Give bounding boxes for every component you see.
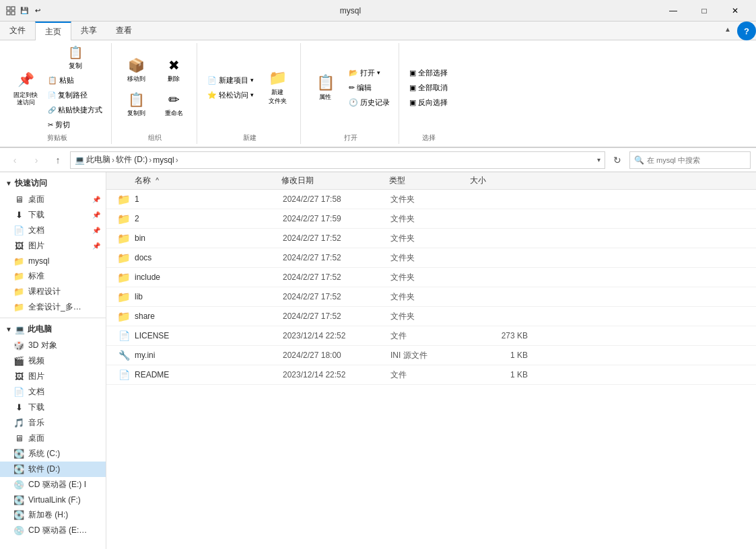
sidebar-item-newH[interactable]: 💽 新加卷 (H:) [0, 507, 106, 523]
address-bar: ‹ › ↑ 💻 此电脑 › 软件 (D:) › mysql › ▾ ↻ 🔍 [0, 148, 756, 172]
svg-rect-2 [7, 11, 10, 15]
file-row-name: my.ini [135, 351, 283, 360]
help-button[interactable]: ? [737, 22, 756, 40]
file-row-icon: 📁 [117, 270, 131, 284]
file-row-icon: 📄 [117, 368, 131, 381]
ribbon-group-organize: 📦 移动到 📋 复制到 ✖ 删除 ✏ 重命名 [113, 43, 197, 144]
delete-button[interactable]: ✖ 删除 [156, 54, 191, 87]
up-button[interactable]: ↑ [48, 151, 67, 170]
quick-access-header[interactable]: ▼ 快速访问 [0, 175, 106, 192]
sidebar-item-full[interactable]: 📁 全套设计_多缩略 [0, 299, 106, 315]
history-button[interactable]: 🕐 历史记录 [345, 96, 393, 110]
search-box: 🔍 [629, 151, 751, 169]
sidebar-item-music[interactable]: 🎵 音乐 [0, 415, 106, 431]
select-all-button[interactable]: ▣ 全部选择 [406, 66, 451, 80]
file-row-icon: 📁 [117, 192, 131, 206]
tab-file[interactable]: 文件 [0, 22, 35, 40]
new-item-button[interactable]: 📄 新建项目 ▾ [204, 73, 257, 87]
table-row[interactable]: 📄 LICENSE 2023/12/14 22:52 文件 273 KB [106, 326, 756, 346]
paste-button[interactable]: 📋 粘贴 [44, 73, 106, 87]
invert-selection-button[interactable]: ▣ 反向选择 [406, 96, 451, 110]
easy-access-button[interactable]: ⭐ 轻松访问 ▾ [204, 88, 257, 102]
table-row[interactable]: 📁 bin 2024/2/27 17:52 文件夹 [106, 229, 756, 248]
properties-button[interactable]: 📋 属性 [308, 71, 343, 105]
table-row[interactable]: 📁 1 2024/2/27 17:58 文件夹 [106, 190, 756, 209]
easy-access-icon: ⭐ [207, 91, 217, 100]
search-input[interactable] [647, 156, 746, 164]
rename-button[interactable]: ✏ 重命名 [156, 88, 191, 121]
clipboard-items: 📌 固定到快 速访问 📋 复制 📋 粘贴 [8, 43, 106, 132]
copy-button[interactable]: 📋 复制 [44, 43, 106, 73]
sidebar-item-pictures[interactable]: 🖼 图片 📌 [0, 238, 106, 254]
header-size[interactable]: 大小 [470, 175, 537, 186]
sidebar-item-documents[interactable]: 📄 文档 📌 [0, 223, 106, 238]
sidebar-item-desktop2[interactable]: 🖥 桌面 [0, 431, 106, 446]
sidebar-item-documents2[interactable]: 📄 文档 [0, 384, 106, 400]
edit-button[interactable]: ✏ 编辑 [345, 81, 393, 95]
pin-indicator-2: 📌 [92, 211, 100, 219]
table-row[interactable]: 📁 2 2024/2/27 17:59 文件夹 [106, 209, 756, 229]
copy-path-button[interactable]: 📄 复制路径 [44, 88, 106, 102]
sidebar-item-3d[interactable]: 🎲 3D 对象 [0, 338, 106, 353]
sidebar-item-desktop[interactable]: 🖥 桌面 📌 [0, 192, 106, 207]
folder-icon: 📁 [117, 252, 131, 264]
cut-button[interactable]: ✂ 剪切 [44, 118, 106, 132]
header-date[interactable]: 修改日期 [281, 175, 389, 186]
move-to-button[interactable]: 📦 移动到 [118, 54, 153, 87]
tab-home[interactable]: 主页 [35, 22, 71, 40]
back-button[interactable]: ‹ [5, 151, 24, 170]
svg-rect-0 [7, 7, 10, 10]
history-icon: 🕐 [349, 98, 358, 107]
table-row[interactable]: 📁 docs 2024/2/27 17:52 文件夹 [106, 248, 756, 268]
file-row-type: 文件 [390, 330, 471, 342]
minimize-button[interactable]: — [658, 0, 689, 22]
sidebar-item-standard[interactable]: 📁 标准 [0, 268, 106, 284]
sidebar-item-video[interactable]: 🎬 视频 [0, 353, 106, 369]
scissors-icon: ✂ [48, 121, 53, 129]
quick-access-arrow: ▼ [5, 180, 12, 187]
table-row[interactable]: 📄 README 2023/12/14 22:52 文件 1 KB [106, 365, 756, 385]
tab-view[interactable]: 查看 [106, 22, 141, 40]
tab-share[interactable]: 共享 [71, 22, 106, 40]
header-type[interactable]: 类型 [389, 175, 470, 186]
file-row-date: 2024/2/27 17:58 [283, 194, 390, 204]
table-row[interactable]: 🔧 my.ini 2024/2/27 18:00 INI 源文件 1 KB [106, 346, 756, 365]
table-row[interactable]: 📁 include 2024/2/27 17:52 文件夹 [106, 268, 756, 287]
softd-icon: 💽 [13, 464, 24, 475]
file-row-icon: 📁 [117, 251, 131, 264]
forward-button[interactable]: › [27, 151, 46, 170]
systemc-icon: 💽 [13, 449, 24, 460]
this-pc-header[interactable]: ▼ 💻 此电脑 [0, 321, 106, 338]
refresh-button[interactable]: ↻ [608, 151, 627, 170]
address-path[interactable]: 💻 此电脑 › 软件 (D:) › mysql › ▾ [70, 151, 605, 169]
sidebar-item-cdE[interactable]: 💿 CD 驱动器 (E:) I [0, 477, 106, 492]
folder-icon: 📁 [117, 232, 131, 245]
sidebar-item-softD[interactable]: 💽 软件 (D:) [0, 462, 106, 477]
file-row-name: README [135, 370, 283, 379]
paste-shortcut-button[interactable]: 🔗 粘贴快捷方式 [44, 103, 106, 117]
table-row[interactable]: 📁 lib 2024/2/27 17:52 文件夹 [106, 287, 756, 307]
sidebar-item-cdEM[interactable]: 💿 CD 驱动器 (E:) M [0, 523, 106, 538]
sidebar-item-pictures2[interactable]: 🖼 图片 [0, 369, 106, 384]
close-button[interactable]: ✕ [720, 0, 751, 22]
ribbon-group-select: ▣ 全部选择 ▣ 全部取消 ▣ 反向选择 选择 [401, 43, 456, 144]
pin-to-quick-access-button[interactable]: 📌 固定到快 速访问 [8, 65, 43, 110]
expand-ribbon-button[interactable]: ▲ [718, 22, 737, 36]
ribbon-group-open: 📋 属性 📂 打开 ▾ ✏ 编辑 🕐 历史记录 [302, 43, 399, 144]
open-button[interactable]: 📂 打开 ▾ [345, 66, 393, 80]
folder-icon: 📁 [117, 271, 131, 284]
header-name[interactable]: 名称 ^ [106, 175, 281, 186]
sidebar-item-downloads[interactable]: ⬇ 下载 📌 [0, 207, 106, 223]
copy-to-button[interactable]: 📋 复制到 [118, 88, 153, 121]
sidebar-item-mysql[interactable]: 📁 mysql [0, 254, 106, 268]
path-dropdown-button[interactable]: ▾ [597, 156, 600, 163]
select-none-button[interactable]: ▣ 全部取消 [406, 81, 451, 95]
sidebar-item-downloads2[interactable]: ⬇ 下载 [0, 400, 106, 415]
sidebar-item-course[interactable]: 📁 课程设计 [0, 284, 106, 299]
maximize-button[interactable]: □ [689, 0, 720, 22]
table-row[interactable]: 📁 share 2024/2/27 17:52 文件夹 [106, 307, 756, 326]
new-folder-button[interactable]: 📁 新建文件夹 [260, 66, 295, 109]
open-label: 打开 [344, 132, 357, 144]
sidebar-item-virtualF[interactable]: 💽 VirtualLink (F:) [0, 492, 106, 507]
sidebar-item-systemC[interactable]: 💽 系统 (C:) [0, 446, 106, 462]
